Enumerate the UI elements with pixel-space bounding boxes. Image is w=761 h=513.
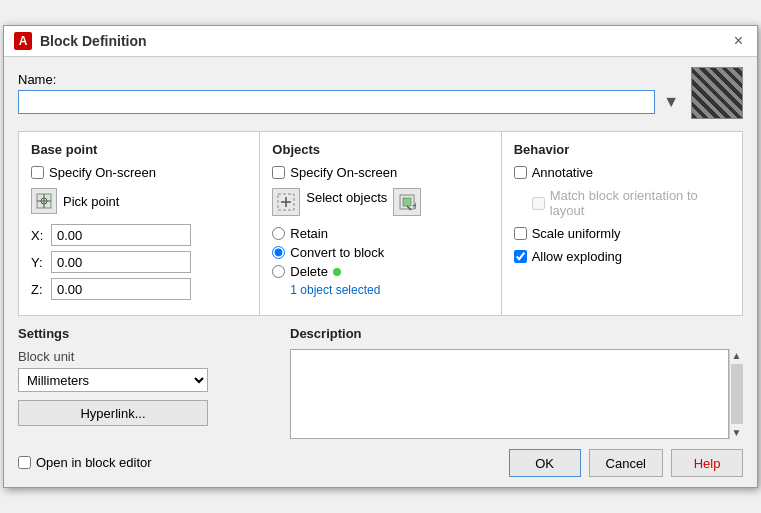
objects-section: Objects Specify On-screen Select obj [259,132,500,315]
select-objects-button[interactable]: Select objects [306,190,387,205]
scale-uniformly-checkbox[interactable] [514,227,527,240]
scroll-up-arrow[interactable]: ▲ [730,349,744,362]
action-buttons: OK Cancel Help [509,449,743,477]
x-label: X: [31,228,45,243]
base-point-section: Base point Specify On-screen Pick [19,132,259,315]
allow-exploding-checkbox[interactable] [514,250,527,263]
objects-specify-row: Specify On-screen [272,165,488,180]
base-point-specify-row: Specify On-screen [31,165,247,180]
match-orientation-row: Match block orientation to layout [532,188,730,218]
delete-radio[interactable] [272,265,285,278]
pick-point-button[interactable]: Pick point [31,188,119,214]
match-orientation-checkbox[interactable] [532,197,545,210]
radio-group: Retain Convert to block Delete [272,226,488,279]
pick-point-icon [31,188,57,214]
base-point-title: Base point [31,142,247,157]
annotative-row: Annotative [514,165,730,180]
x-input[interactable] [51,224,191,246]
base-point-specify-checkbox[interactable] [31,166,44,179]
name-row: Name: ▼ [18,67,743,119]
title-bar: A Block Definition × [4,26,757,57]
z-coord-row: Z: [31,278,247,300]
open-in-editor-label: Open in block editor [36,455,152,470]
behavior-title: Behavior [514,142,730,157]
add-icon-svg: + [398,193,416,211]
block-preview [691,67,743,119]
settings-section: Settings Block unit Millimeters Inches F… [18,326,278,426]
green-dot [333,268,341,276]
description-area: Description ▲ ▼ [278,326,743,439]
ok-button[interactable]: OK [509,449,581,477]
pick-point-svg [35,192,53,210]
bottom-area: Settings Block unit Millimeters Inches F… [18,326,743,439]
name-label: Name: [18,72,679,87]
dialog-content: Name: ▼ Base point Specify On-screen [4,57,757,487]
select-objects-label: Select objects [306,190,387,205]
select-icon-svg [277,193,295,211]
description-textarea[interactable] [290,349,729,439]
z-label: Z: [31,282,45,297]
svg-text:+: + [412,198,416,211]
z-input[interactable] [51,278,191,300]
desc-area-wrap: ▲ ▼ [290,349,743,439]
scroll-down-arrow[interactable]: ▼ [730,426,744,439]
scale-uniformly-row: Scale uniformly [514,226,730,241]
name-input[interactable] [18,90,655,114]
y-coord-row: Y: [31,251,247,273]
retain-radio[interactable] [272,227,285,240]
close-button[interactable]: × [730,32,747,50]
svg-rect-8 [403,198,411,206]
annotative-label: Annotative [532,165,593,180]
help-button[interactable]: Help [671,449,743,477]
retain-label: Retain [290,226,328,241]
allow-exploding-row: Allow exploding [514,249,730,264]
convert-radio[interactable] [272,246,285,259]
object-selected-text: 1 object selected [290,283,488,297]
convert-label: Convert to block [290,245,384,260]
dialog-title: Block Definition [40,33,147,49]
match-orientation-label: Match block orientation to layout [550,188,730,218]
objects-specify-checkbox[interactable] [272,166,285,179]
objects-title: Objects [272,142,488,157]
block-unit-label: Block unit [18,349,278,364]
objects-specify-label: Specify On-screen [290,165,397,180]
base-point-specify-label: Specify On-screen [49,165,156,180]
name-section: Name: ▼ [18,72,679,114]
add-objects-icon[interactable]: + [393,188,421,216]
delete-row: Delete [272,264,488,279]
y-label: Y: [31,255,45,270]
unit-select[interactable]: Millimeters Inches Feet Meters Centimete… [18,368,208,392]
app-icon: A [14,32,32,50]
scale-uniformly-label: Scale uniformly [532,226,621,241]
convert-row: Convert to block [272,245,488,260]
scrollbar-track: ▲ ▼ [729,349,743,439]
hyperlink-button[interactable]: Hyperlink... [18,400,208,426]
description-title: Description [290,326,743,341]
x-coord-row: X: [31,224,247,246]
settings-area: Settings Block unit Millimeters Inches F… [18,326,278,439]
main-sections: Base point Specify On-screen Pick [18,131,743,316]
select-objects-row: Select objects + [272,188,488,216]
footer-row: Open in block editor OK Cancel Help [18,439,743,477]
delete-label: Delete [290,264,328,279]
title-bar-left: A Block Definition [14,32,147,50]
pick-point-label: Pick point [63,194,119,209]
select-objects-icon [272,188,300,216]
retain-row: Retain [272,226,488,241]
name-input-wrap: ▼ [18,90,679,114]
open-in-editor-checkbox[interactable] [18,456,31,469]
settings-title: Settings [18,326,278,341]
annotative-checkbox[interactable] [514,166,527,179]
behavior-section: Behavior Annotative Match block orientat… [501,132,742,315]
open-editor-row: Open in block editor [18,455,152,470]
y-input[interactable] [51,251,191,273]
allow-exploding-label: Allow exploding [532,249,622,264]
scroll-thumb[interactable] [731,364,743,424]
name-dropdown-arrow[interactable]: ▼ [663,93,679,111]
block-definition-dialog: A Block Definition × Name: ▼ Base point [3,25,758,488]
cancel-button[interactable]: Cancel [589,449,663,477]
